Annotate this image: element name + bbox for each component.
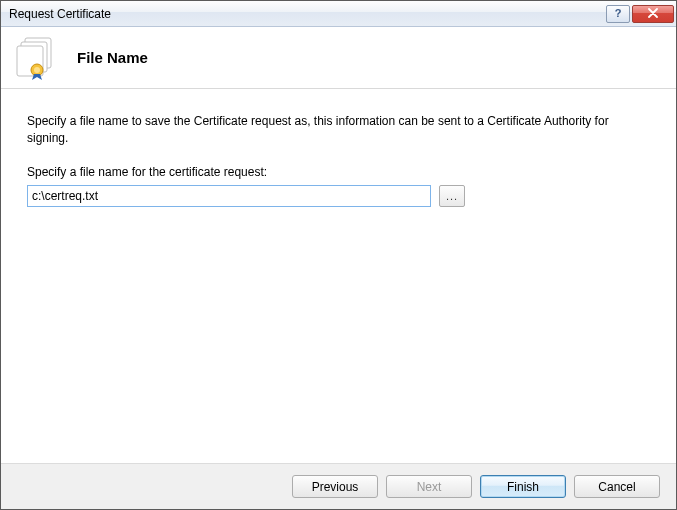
file-path-row: ...: [27, 185, 650, 207]
cancel-button[interactable]: Cancel: [574, 475, 660, 498]
page-title: File Name: [77, 49, 148, 66]
finish-button[interactable]: Finish: [480, 475, 566, 498]
dialog-window: Request Certificate ? File Name: [0, 0, 677, 510]
help-icon: ?: [615, 8, 622, 19]
cancel-label: Cancel: [598, 480, 635, 494]
file-path-label: Specify a file name for the certificate …: [27, 165, 650, 179]
close-button[interactable]: [632, 5, 674, 23]
certificate-stack-icon: [15, 36, 63, 80]
wizard-header: File Name: [1, 27, 676, 89]
finish-label: Finish: [507, 480, 539, 494]
previous-label: Previous: [312, 480, 359, 494]
instruction-text: Specify a file name to save the Certific…: [27, 113, 647, 147]
titlebar: Request Certificate ?: [1, 1, 676, 27]
file-path-input[interactable]: [27, 185, 431, 207]
svg-point-4: [34, 67, 40, 73]
browse-ellipsis-icon: ...: [446, 190, 458, 202]
next-button: Next: [386, 475, 472, 498]
next-label: Next: [417, 480, 442, 494]
window-title: Request Certificate: [9, 7, 604, 21]
close-icon: [647, 8, 659, 20]
wizard-content: Specify a file name to save the Certific…: [1, 89, 676, 463]
wizard-footer: Previous Next Finish Cancel: [1, 463, 676, 509]
previous-button[interactable]: Previous: [292, 475, 378, 498]
help-button[interactable]: ?: [606, 5, 630, 23]
browse-button[interactable]: ...: [439, 185, 465, 207]
